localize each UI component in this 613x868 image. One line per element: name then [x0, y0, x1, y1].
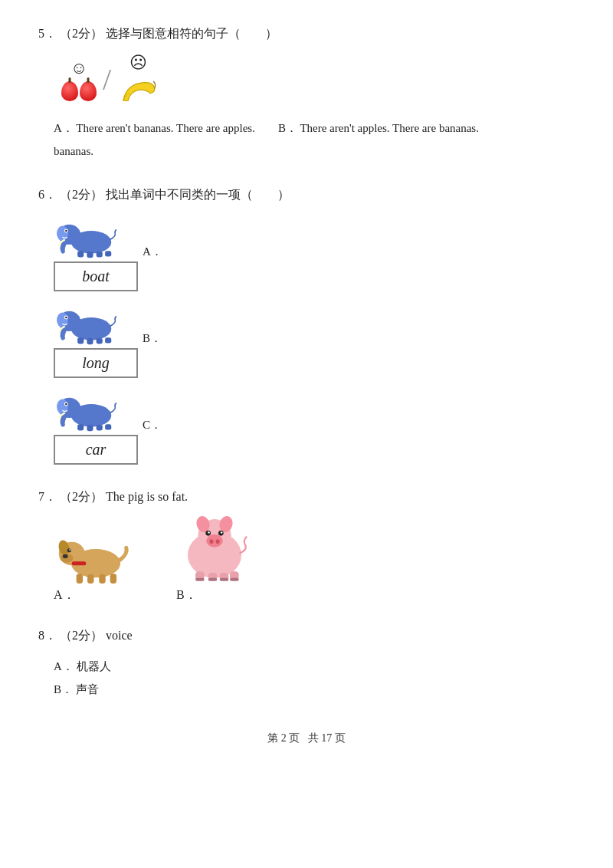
- q5-text: 选择与图意相符的句子（ ）: [106, 27, 277, 40]
- q7-image-area: A．: [54, 515, 575, 603]
- apple-happy-group: ☺: [61, 58, 97, 101]
- q7-text: The pig is so fat.: [106, 490, 188, 503]
- question-6: 6． （2分） 找出单词中不同类的一项（ ）: [38, 184, 575, 465]
- svg-rect-57: [230, 578, 239, 581]
- svg-point-11: [57, 312, 68, 327]
- svg-point-13: [65, 316, 67, 317]
- q7-title: 7． （2分） The pig is so fat.: [38, 486, 575, 508]
- slash-divider-icon: /: [103, 64, 111, 95]
- pig-image: [176, 515, 253, 584]
- svg-rect-7: [97, 252, 103, 257]
- banana-image: [117, 76, 159, 107]
- q6-option-a-row: boat A．: [54, 214, 575, 291]
- q7-option-b: B．: [176, 515, 253, 603]
- q5-option-a-text: There aren't bananas. There are apples.: [76, 122, 255, 134]
- q6-word-c: car: [54, 435, 138, 465]
- q5-image-area: ☺ / ☹: [61, 53, 575, 107]
- q6-card-b: long: [54, 301, 138, 378]
- svg-point-44: [208, 532, 210, 534]
- q7-option-a: A．: [54, 523, 138, 603]
- svg-rect-16: [97, 338, 103, 344]
- svg-point-4: [65, 229, 67, 231]
- svg-point-48: [209, 540, 213, 544]
- svg-rect-34: [72, 562, 87, 566]
- svg-rect-14: [77, 337, 84, 344]
- svg-point-46: [221, 532, 223, 534]
- q7-label-a: A．: [54, 587, 75, 603]
- elephant-c-icon: [54, 387, 123, 432]
- q6-options: boat A．: [54, 214, 575, 465]
- svg-rect-6: [87, 252, 93, 258]
- svg-rect-56: [220, 578, 229, 581]
- page-prefix: 第: [267, 732, 278, 744]
- q5-title: 5． （2分） 选择与图意相符的句子（ ）: [38, 23, 575, 45]
- svg-rect-55: [208, 578, 218, 581]
- question-5: 5． （2分） 选择与图意相符的句子（ ） ☺ / ☹ A． There are…: [38, 23, 575, 163]
- q6-label-a: A．: [143, 245, 164, 259]
- q5-points: （2分）: [60, 27, 103, 40]
- svg-point-20: [57, 399, 68, 414]
- smiley-face-icon: ☺: [70, 58, 87, 78]
- svg-rect-35: [77, 574, 83, 584]
- q6-word-b: long: [54, 348, 138, 378]
- page-total: 17: [321, 732, 332, 744]
- q6-word-a: boat: [54, 261, 138, 291]
- q6-label-b: B．: [143, 331, 164, 346]
- apple-2: [80, 81, 97, 101]
- q8-option-a: A． 机器人: [54, 655, 575, 678]
- apple-1: [61, 81, 78, 101]
- page-unit: 页: [335, 732, 346, 744]
- q8-text: voice: [106, 629, 133, 642]
- q8-option-b: B． 声音: [54, 678, 575, 701]
- q5-option-b-label: B．: [278, 122, 297, 134]
- svg-rect-15: [87, 338, 93, 344]
- q6-label-c: C．: [143, 418, 164, 432]
- q5-option-b-text: There aren't apples. There are bananas.: [300, 122, 479, 134]
- banana-sad-group: ☹: [117, 53, 159, 107]
- q5-option-b-wrap: bananas.: [54, 140, 575, 163]
- svg-point-22: [65, 403, 67, 404]
- page-number: 第 2 页 共 17 页: [38, 732, 575, 745]
- question-8: 8． （2分） voice A． 机器人 B． 声音: [38, 625, 575, 701]
- question-7: 7． （2分） The pig is so fat.: [38, 486, 575, 604]
- svg-rect-25: [97, 425, 103, 430]
- svg-rect-17: [105, 337, 111, 343]
- svg-rect-24: [87, 425, 93, 431]
- sad-face-icon: ☹: [129, 53, 147, 73]
- q5-bananas-continued: bananas.: [54, 145, 93, 157]
- svg-point-2: [57, 225, 68, 241]
- svg-point-31: [63, 554, 68, 558]
- q8-title: 8． （2分） voice: [38, 625, 575, 647]
- q5-number: 5: [38, 27, 44, 40]
- svg-rect-5: [77, 251, 84, 257]
- q5-options: A． There aren't bananas. There are apple…: [54, 117, 575, 163]
- q6-number: 6: [38, 188, 44, 201]
- page-suffix: 共: [308, 732, 319, 744]
- q7-number: 7: [38, 490, 44, 503]
- elephant-b-icon: [54, 301, 123, 345]
- q8-number: 8: [38, 629, 44, 642]
- q6-card-c: car: [54, 387, 138, 465]
- page-label: 页: [289, 732, 300, 744]
- svg-rect-26: [105, 424, 111, 429]
- svg-rect-36: [87, 574, 93, 584]
- apples-image: [61, 81, 97, 101]
- svg-point-32: [67, 549, 71, 553]
- q6-option-c-row: car C．: [54, 387, 575, 465]
- q8-points: （2分）: [60, 629, 103, 642]
- svg-point-49: [216, 540, 220, 544]
- dog-image: [54, 523, 138, 584]
- q6-text: 找出单词中不同类的一项（ ）: [106, 188, 290, 201]
- q5-option-a-label: A．: [54, 122, 74, 134]
- q8-options: A． 机器人 B． 声音: [54, 655, 575, 701]
- q6-points: （2分）: [60, 188, 103, 201]
- elephant-a-icon: [54, 214, 123, 258]
- svg-rect-37: [99, 574, 105, 584]
- svg-rect-23: [77, 424, 84, 430]
- q8-text-b: 声音: [76, 683, 99, 695]
- svg-rect-8: [105, 251, 111, 256]
- svg-rect-54: [195, 578, 205, 581]
- q7-points: （2分）: [60, 490, 103, 503]
- svg-rect-38: [110, 574, 116, 584]
- page-current: 2: [281, 732, 287, 744]
